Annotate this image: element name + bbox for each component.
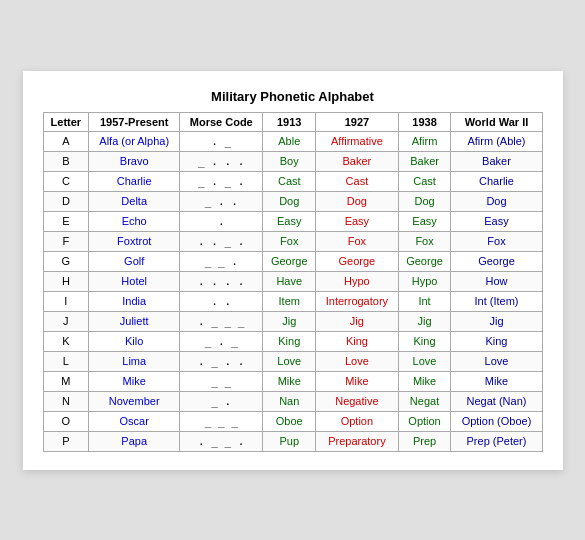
cell-5-0: F [43,231,89,251]
cell-9-0: J [43,311,89,331]
table-row: DDelta_ . .DogDogDogDog [43,191,542,211]
cell-12-4: Mike [316,371,398,391]
cell-12-5: Mike [398,371,451,391]
cell-12-2: _ _ [180,371,263,391]
cell-5-5: Fox [398,231,451,251]
cell-12-1: Mike [89,371,180,391]
cell-15-0: P [43,431,89,451]
cell-11-2: . _ . . [180,351,263,371]
col-header-letter: Letter [43,112,89,131]
cell-6-1: Golf [89,251,180,271]
cell-14-5: Option [398,411,451,431]
cell-4-1: Echo [89,211,180,231]
cell-6-4: George [316,251,398,271]
table-row: KKilo_ . _KingKingKingKing [43,331,542,351]
cell-10-3: King [263,331,316,351]
cell-9-5: Jig [398,311,451,331]
cell-9-2: . _ _ _ [180,311,263,331]
cell-8-6: Int (Item) [451,291,542,311]
cell-5-2: . . _ . [180,231,263,251]
table-row: FFoxtrot. . _ .FoxFoxFoxFox [43,231,542,251]
col-header-1913: 1913 [263,112,316,131]
cell-7-6: How [451,271,542,291]
table-row: IIndia. .ItemInterrogatoryIntInt (Item) [43,291,542,311]
table-row: BBravo_ . . .BoyBakerBakerBaker [43,151,542,171]
cell-7-3: Have [263,271,316,291]
cell-15-5: Prep [398,431,451,451]
cell-6-2: _ _ . [180,251,263,271]
cell-2-4: Cast [316,171,398,191]
cell-2-1: Charlie [89,171,180,191]
cell-13-2: _ . [180,391,263,411]
cell-14-1: Oscar [89,411,180,431]
cell-14-6: Option (Oboe) [451,411,542,431]
table-row: EEcho.EasyEasyEasyEasy [43,211,542,231]
cell-12-6: Mike [451,371,542,391]
cell-7-5: Hypo [398,271,451,291]
cell-13-6: Negat (Nan) [451,391,542,411]
cell-8-4: Interrogatory [316,291,398,311]
cell-9-1: Juliett [89,311,180,331]
cell-4-2: . [180,211,263,231]
cell-7-1: Hotel [89,271,180,291]
cell-9-4: Jig [316,311,398,331]
cell-3-4: Dog [316,191,398,211]
cell-5-1: Foxtrot [89,231,180,251]
cell-10-6: King [451,331,542,351]
cell-9-3: Jig [263,311,316,331]
cell-2-6: Charlie [451,171,542,191]
cell-3-6: Dog [451,191,542,211]
cell-4-6: Easy [451,211,542,231]
cell-10-0: K [43,331,89,351]
cell-15-1: Papa [89,431,180,451]
cell-2-2: _ . _ . [180,171,263,191]
cell-4-5: Easy [398,211,451,231]
cell-11-4: Love [316,351,398,371]
cell-3-5: Dog [398,191,451,211]
cell-10-5: King [398,331,451,351]
phonetic-alphabet-table: Letter 1957-Present Morse Code 1913 1927… [43,112,543,452]
cell-4-4: Easy [316,211,398,231]
cell-6-0: G [43,251,89,271]
cell-14-3: Oboe [263,411,316,431]
cell-15-4: Preparatory [316,431,398,451]
cell-7-0: H [43,271,89,291]
cell-8-5: Int [398,291,451,311]
table-row: PPapa. _ _ .PupPreparatoryPrepPrep (Pete… [43,431,542,451]
cell-0-0: A [43,131,89,151]
cell-1-6: Baker [451,151,542,171]
cell-13-4: Negative [316,391,398,411]
cell-3-2: _ . . [180,191,263,211]
cell-2-0: C [43,171,89,191]
cell-15-3: Pup [263,431,316,451]
col-header-1957: 1957-Present [89,112,180,131]
col-header-1938: 1938 [398,112,451,131]
cell-15-6: Prep (Peter) [451,431,542,451]
cell-12-0: M [43,371,89,391]
cell-3-1: Delta [89,191,180,211]
cell-13-0: N [43,391,89,411]
cell-8-1: India [89,291,180,311]
col-header-1927: 1927 [316,112,398,131]
cell-2-5: Cast [398,171,451,191]
cell-13-5: Negat [398,391,451,411]
cell-10-2: _ . _ [180,331,263,351]
cell-10-1: Kilo [89,331,180,351]
cell-5-6: Fox [451,231,542,251]
page-title: Military Phonetic Alphabet [43,89,543,104]
cell-1-0: B [43,151,89,171]
cell-0-6: Afirm (Able) [451,131,542,151]
cell-11-0: L [43,351,89,371]
table-row: GGolf_ _ .GeorgeGeorgeGeorgeGeorge [43,251,542,271]
cell-11-5: Love [398,351,451,371]
table-row: AAlfa (or Alpha). _AbleAffirmativeAfirmA… [43,131,542,151]
cell-7-2: . . . . [180,271,263,291]
cell-11-3: Love [263,351,316,371]
cell-11-6: Love [451,351,542,371]
cell-1-4: Baker [316,151,398,171]
cell-14-4: Option [316,411,398,431]
table-row: NNovember_ .NanNegativeNegatNegat (Nan) [43,391,542,411]
cell-0-2: . _ [180,131,263,151]
cell-6-6: George [451,251,542,271]
table-row: JJuliett. _ _ _JigJigJigJig [43,311,542,331]
